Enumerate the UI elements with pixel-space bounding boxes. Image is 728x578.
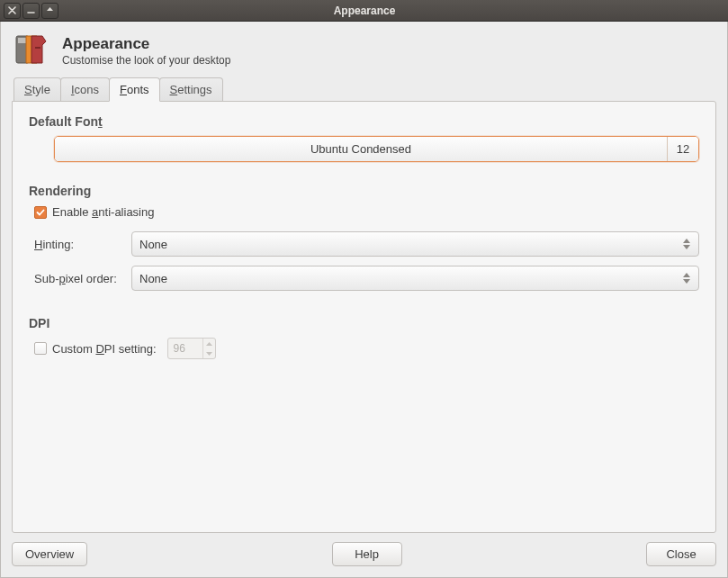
window-title: Appearance xyxy=(58,5,724,17)
hinting-value: None xyxy=(139,238,682,251)
custom-dpi-checkbox[interactable] xyxy=(34,342,47,355)
minimize-window-button[interactable] xyxy=(22,3,40,19)
tab-settings[interactable]: Settings xyxy=(159,77,223,101)
section-default-font: Default Font xyxy=(29,114,699,129)
window-body: Appearance Customise the look of your de… xyxy=(0,22,728,578)
help-button[interactable]: Help xyxy=(332,542,402,566)
bottom-bar: Overview Help Close xyxy=(1,533,727,577)
maximize-window-button[interactable] xyxy=(41,3,58,19)
header: Appearance Customise the look of your de… xyxy=(1,22,727,77)
custom-dpi-label: Custom DPI setting: xyxy=(52,342,157,356)
appearance-icon xyxy=(13,31,53,70)
custom-dpi-value: 96 xyxy=(168,339,202,358)
anti-aliasing-checkbox[interactable] xyxy=(34,206,47,219)
tab-fonts[interactable]: Fonts xyxy=(109,77,160,102)
page-title: Appearance xyxy=(62,35,230,53)
titlebar: Appearance xyxy=(0,0,728,22)
spin-down-icon xyxy=(203,348,215,358)
overview-button[interactable]: Overview xyxy=(12,542,87,566)
subpixel-label: Sub-pixel order: xyxy=(34,272,131,285)
anti-aliasing-label: Enable anti-aliasing xyxy=(52,205,154,219)
tab-style[interactable]: Style xyxy=(13,77,61,101)
subpixel-value: None xyxy=(139,272,682,285)
custom-dpi-spin: 96 xyxy=(167,338,216,359)
hinting-label: Hinting: xyxy=(34,238,131,251)
default-font-button[interactable]: Ubuntu Condensed 12 xyxy=(54,136,699,162)
page-subtitle: Customise the look of your desktop xyxy=(62,54,230,67)
header-text: Appearance Customise the look of your de… xyxy=(62,35,230,67)
default-font-size: 12 xyxy=(668,137,698,161)
section-rendering: Rendering xyxy=(29,184,699,198)
spin-arrows xyxy=(202,339,215,358)
subpixel-combo[interactable]: None xyxy=(131,266,699,291)
default-font-name: Ubuntu Condensed xyxy=(55,137,668,161)
spin-up-icon xyxy=(203,339,215,348)
section-dpi: DPI xyxy=(29,316,699,330)
hinting-combo[interactable]: None xyxy=(131,231,699,257)
tab-page-fonts: Default Font Ubuntu Condensed 12 Renderi… xyxy=(12,101,716,533)
close-window-button[interactable] xyxy=(4,3,21,19)
window-controls xyxy=(4,3,58,19)
updown-icon xyxy=(682,273,691,284)
svg-rect-2 xyxy=(35,47,40,49)
close-button[interactable]: Close xyxy=(646,542,716,566)
updown-icon xyxy=(682,239,691,249)
tab-row: Style Icons Fonts Settings xyxy=(12,77,716,101)
tab-icons[interactable]: Icons xyxy=(60,77,110,101)
